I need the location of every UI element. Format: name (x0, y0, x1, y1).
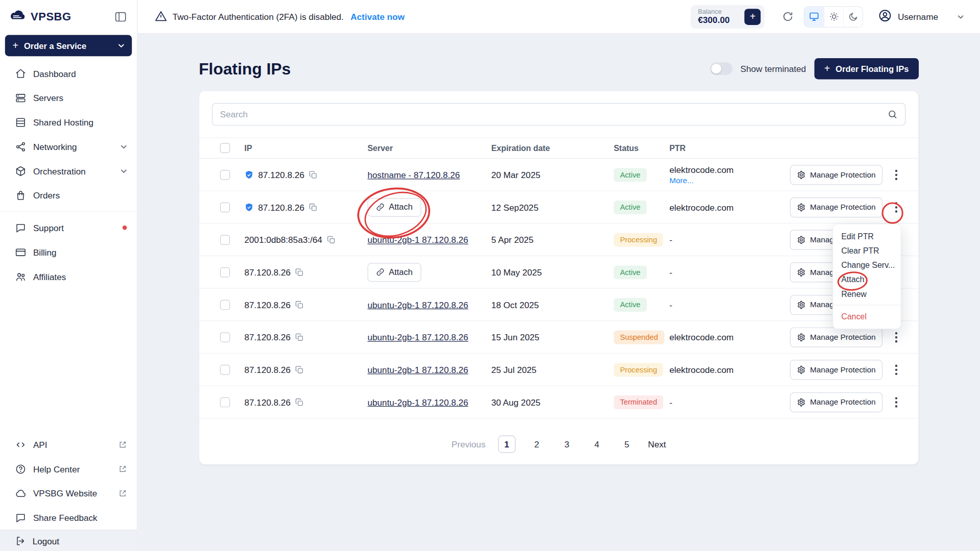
notification-dot (122, 226, 127, 230)
sidebar-item-affiliates[interactable]: Affiliates (0, 264, 137, 289)
menu-item-cancel[interactable]: Cancel (833, 309, 900, 323)
copy-icon[interactable] (309, 203, 317, 211)
pagination-page-3[interactable]: 3 (558, 435, 575, 453)
manage-protection-button[interactable]: Manage Protection (790, 392, 883, 412)
row-checkbox[interactable] (220, 397, 230, 408)
manage-protection-button[interactable]: Manage Protection (790, 327, 883, 347)
select-all-checkbox[interactable] (220, 143, 230, 154)
show-terminated-toggle[interactable] (709, 62, 732, 74)
row-actions-menu-button[interactable] (891, 168, 902, 182)
sidebar-item-dashboard[interactable]: Dashboard (0, 61, 137, 86)
gear-icon (797, 397, 805, 406)
server-link[interactable]: ubuntu-2gb-1 87.120.8.26 (368, 364, 468, 374)
sidebar-item-share-feedback[interactable]: Share Feedback (0, 506, 137, 530)
sidebar-item-orchestration[interactable]: Orchestration (0, 159, 137, 183)
sidebar-item-shared-hosting[interactable]: Shared Hosting (0, 110, 137, 135)
copy-icon[interactable] (295, 397, 304, 406)
table-row: 87.120.8.26ubuntu-2gb-1 87.120.8.2618 Oc… (200, 289, 918, 321)
pagination-page-4[interactable]: 4 (588, 435, 605, 453)
row-checkbox[interactable] (220, 235, 230, 245)
chevron-down-icon (118, 44, 124, 47)
order-floating-ips-button[interactable]: + Order Floating IPs (814, 58, 919, 80)
sidebar-item-orders[interactable]: Orders (0, 183, 137, 208)
sidebar-item-help-center[interactable]: Help Center (0, 457, 137, 481)
sidebar-item-servers[interactable]: Servers (0, 86, 137, 110)
copy-icon[interactable] (295, 300, 304, 309)
order-service-button[interactable]: + Order a Service (5, 35, 132, 57)
server-link[interactable]: ubuntu-2gb-1 87.120.8.26 (368, 235, 468, 245)
row-checkbox[interactable] (220, 300, 230, 310)
chevron-down-icon (120, 169, 127, 172)
copy-icon[interactable] (309, 170, 317, 179)
row-checkbox[interactable] (220, 267, 230, 278)
sidebar-item-networking[interactable]: Networking (0, 134, 137, 159)
row-checkbox[interactable] (220, 170, 230, 180)
pagination-previous[interactable]: Previous (452, 439, 486, 449)
row-actions-menu-button[interactable] (891, 395, 902, 409)
server-link[interactable]: ubuntu-2gb-1 87.120.8.26 (368, 332, 468, 342)
sidebar-item-label: VPSBG Website (33, 488, 97, 498)
server-link[interactable]: ubuntu-2gb-1 87.120.8.26 (368, 299, 468, 310)
ptr-more-link[interactable]: More... (669, 176, 783, 185)
row-actions-menu-button[interactable] (891, 330, 902, 344)
refresh-button[interactable] (782, 11, 794, 22)
sidebar-item-label: Affiliates (33, 271, 66, 282)
row-actions-menu-button[interactable] (891, 200, 902, 214)
sidebar-item-support[interactable]: Support (0, 215, 137, 240)
manage-protection-button[interactable]: Manage Protection (790, 197, 883, 217)
sun-icon (829, 11, 840, 22)
row-actions-menu-button[interactable] (891, 363, 902, 377)
add-funds-button[interactable]: + (745, 9, 761, 25)
manage-protection-button[interactable]: Manage Protection (790, 165, 883, 185)
column-header-ptr: PTR (669, 143, 783, 153)
expiration-date: 30 Aug 2025 (491, 397, 614, 407)
shared-hosting-icon (15, 116, 26, 128)
menu-item-renew[interactable]: Renew (833, 287, 900, 301)
menu-item-attach[interactable]: Attach (833, 272, 900, 287)
theme-dark-button[interactable] (843, 7, 863, 27)
pagination-page-1[interactable]: 1 (498, 435, 516, 453)
vpsbg-logo[interactable]: VPSBG (8, 9, 71, 25)
copy-icon[interactable] (327, 235, 335, 244)
floating-ips-card: IP Server Expiration date Status PTR 87.… (199, 91, 919, 465)
sidebar-item-api[interactable]: API (0, 432, 137, 457)
sidebar-toggle-button[interactable] (114, 11, 128, 23)
menu-item-change-serv[interactable]: Change Serv... (833, 258, 900, 272)
copy-icon[interactable] (295, 333, 304, 341)
copy-icon[interactable] (295, 365, 304, 374)
attach-button[interactable]: Attach (368, 263, 422, 282)
search-button[interactable] (880, 104, 904, 124)
ptr-value: elektrocode.com (669, 364, 783, 374)
row-checkbox[interactable] (220, 365, 230, 375)
server-link[interactable]: ubuntu-2gb-1 87.120.8.26 (368, 397, 468, 407)
server-link[interactable]: hostname - 87.120.8.26 (368, 169, 460, 180)
copy-icon[interactable] (295, 268, 304, 277)
sidebar-item-billing[interactable]: Billing (0, 240, 137, 264)
sidebar-item-vpsbg-website[interactable]: VPSBG Website (0, 481, 137, 506)
ptr-value: - (669, 397, 783, 407)
attach-button[interactable]: Attach (368, 198, 422, 217)
sidebar-item-label: Share Feedback (33, 513, 97, 523)
pagination-page-2[interactable]: 2 (528, 435, 545, 453)
billing-icon (15, 246, 26, 258)
theme-system-button[interactable] (804, 7, 824, 27)
support-icon (15, 222, 26, 233)
logout-icon (15, 535, 26, 546)
row-checkbox[interactable] (220, 203, 230, 213)
gear-icon (797, 235, 805, 244)
search-input[interactable] (212, 103, 905, 126)
activate-2fa-link[interactable]: Activate now (351, 12, 405, 22)
menu-item-clear-ptr[interactable]: Clear PTR (833, 244, 900, 258)
user-menu[interactable]: Username (878, 9, 964, 24)
ptr-value: elektrocode.com (669, 165, 783, 175)
theme-light-button[interactable] (824, 7, 843, 27)
sidebar-item-logout[interactable]: Logout (0, 530, 137, 551)
dashboard-icon (15, 68, 26, 79)
manage-protection-button[interactable]: Manage Protection (790, 360, 883, 380)
row-checkbox[interactable] (220, 333, 230, 343)
menu-item-edit-ptr[interactable]: Edit PTR (833, 229, 900, 243)
sidebar-divider (0, 211, 137, 212)
pagination-page-5[interactable]: 5 (618, 435, 635, 453)
pagination-next[interactable]: Next (648, 439, 666, 449)
ip-address: 87.120.8.26 (244, 299, 291, 310)
